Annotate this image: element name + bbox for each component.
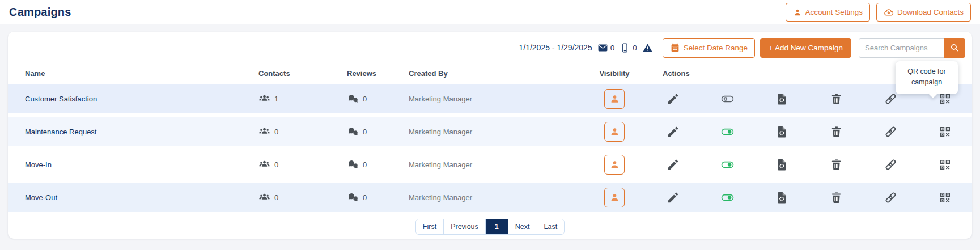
header-visibility: Visibility bbox=[599, 69, 629, 78]
pagination-area: First Previous 1 Next Last bbox=[8, 219, 972, 235]
table-row: Move-Out 0 0 Marketing Manager bbox=[8, 183, 972, 212]
link-icon[interactable] bbox=[863, 191, 918, 204]
reviews-count: 0 bbox=[363, 95, 367, 103]
contacts-count: 0 bbox=[274, 128, 278, 136]
search-group bbox=[859, 38, 965, 58]
date-stats: 1/1/2025 - 1/29/2025 0 0 bbox=[519, 43, 652, 53]
contacts-count: 1 bbox=[274, 95, 278, 103]
select-date-range-label: Select Date Range bbox=[684, 44, 748, 52]
pagination-previous[interactable]: Previous bbox=[444, 219, 486, 234]
qr-code-icon[interactable] bbox=[918, 125, 972, 138]
reviews-count: 0 bbox=[363, 193, 367, 202]
campaign-name-link[interactable]: Maintenance Request bbox=[25, 128, 96, 136]
header-contacts: Contacts bbox=[258, 69, 290, 78]
table-row: Customer Satisfaction 1 0 Marketing Mana… bbox=[8, 84, 972, 113]
trash-icon[interactable] bbox=[809, 158, 863, 171]
search-button[interactable] bbox=[944, 38, 965, 58]
file-code-icon[interactable] bbox=[754, 191, 809, 204]
edit-pencil-icon[interactable] bbox=[646, 125, 700, 138]
visibility-button[interactable] bbox=[604, 155, 625, 175]
download-contacts-label: Download Contacts bbox=[897, 8, 964, 16]
edit-pencil-icon[interactable] bbox=[646, 92, 700, 105]
pagination: First Previous 1 Next Last bbox=[415, 219, 565, 235]
qr-tooltip-text: QR code for campaign bbox=[907, 67, 945, 86]
table-row: Move-In 0 0 Marketing Manager bbox=[8, 150, 972, 179]
email-stat: 0 bbox=[597, 43, 615, 53]
trash-icon[interactable] bbox=[809, 191, 863, 204]
campaigns-toolbar: 1/1/2025 - 1/29/2025 0 0 Select Date Ran… bbox=[8, 32, 972, 62]
header-name: Name bbox=[25, 69, 45, 78]
download-contacts-button[interactable]: Download Contacts bbox=[876, 3, 971, 22]
person-icon bbox=[609, 94, 620, 104]
reviews-chat-icon bbox=[347, 126, 359, 138]
campaign-name-link[interactable]: Move-In bbox=[25, 160, 52, 169]
reviews-chat-icon bbox=[347, 192, 359, 204]
link-icon[interactable] bbox=[863, 92, 918, 105]
date-range-text: 1/1/2025 - 1/29/2025 bbox=[519, 43, 592, 52]
visibility-button[interactable] bbox=[604, 89, 625, 109]
campaign-name-link[interactable]: Move-Out bbox=[25, 193, 57, 202]
contacts-group-icon bbox=[258, 192, 270, 204]
reviews-chat-icon bbox=[347, 159, 359, 171]
created-by-text: Marketing Manager bbox=[409, 193, 472, 202]
status-toggle-icon[interactable] bbox=[700, 191, 754, 204]
account-settings-label: Account Settings bbox=[805, 8, 863, 16]
edit-pencil-icon[interactable] bbox=[646, 191, 700, 204]
table-header-row: Name Contacts Reviews Created By Visibil… bbox=[8, 62, 972, 84]
qr-code-icon[interactable] bbox=[918, 191, 972, 204]
add-new-campaign-label: + Add New Campaign bbox=[769, 44, 843, 52]
table-row: Maintenance Request 0 0 Marketing Manage… bbox=[8, 117, 972, 146]
trash-icon[interactable] bbox=[809, 125, 863, 138]
contacts-group-icon bbox=[258, 126, 270, 138]
link-icon[interactable] bbox=[863, 158, 918, 171]
contacts-count: 0 bbox=[274, 193, 278, 202]
header-reviews: Reviews bbox=[347, 69, 376, 78]
qr-code-icon[interactable] bbox=[918, 158, 972, 171]
phone-stat: 0 bbox=[620, 43, 637, 53]
pagination-next[interactable]: Next bbox=[508, 219, 537, 234]
person-icon bbox=[793, 8, 802, 17]
add-new-campaign-button[interactable]: + Add New Campaign bbox=[760, 38, 851, 58]
person-icon bbox=[609, 159, 620, 170]
pagination-last[interactable]: Last bbox=[537, 219, 565, 234]
pagination-first[interactable]: First bbox=[416, 219, 444, 234]
campaigns-card: 1/1/2025 - 1/29/2025 0 0 Select Date Ran… bbox=[8, 32, 972, 239]
page-title: Campaigns bbox=[9, 6, 71, 19]
calendar-icon bbox=[670, 43, 680, 53]
person-icon bbox=[609, 126, 620, 137]
page-header: Campaigns Account Settings Download Cont… bbox=[0, 0, 980, 24]
warning-icon bbox=[642, 43, 653, 53]
campaign-name-link[interactable]: Customer Satisfaction bbox=[25, 95, 97, 103]
envelope-icon bbox=[597, 43, 608, 53]
link-icon[interactable] bbox=[863, 125, 918, 138]
pagination-page-1[interactable]: 1 bbox=[486, 219, 508, 234]
account-settings-button[interactable]: Account Settings bbox=[786, 3, 870, 22]
cloud-download-icon bbox=[884, 7, 894, 18]
file-code-icon[interactable] bbox=[754, 125, 809, 138]
qr-tooltip: QR code for campaign bbox=[896, 61, 958, 94]
created-by-text: Marketing Manager bbox=[409, 128, 472, 136]
header-actions: Account Settings Download Contacts bbox=[786, 3, 971, 22]
header-actions: Actions bbox=[663, 69, 690, 78]
qr-code-icon[interactable] bbox=[918, 92, 972, 105]
email-count: 0 bbox=[610, 44, 615, 52]
reviews-count: 0 bbox=[363, 160, 367, 169]
phone-count: 0 bbox=[633, 44, 637, 52]
visibility-button[interactable] bbox=[604, 122, 625, 142]
edit-pencil-icon[interactable] bbox=[646, 158, 700, 171]
select-date-range-button[interactable]: Select Date Range bbox=[663, 38, 755, 58]
status-toggle-icon[interactable] bbox=[700, 125, 754, 138]
file-code-icon[interactable] bbox=[754, 158, 809, 171]
created-by-text: Marketing Manager bbox=[409, 95, 472, 103]
created-by-text: Marketing Manager bbox=[409, 160, 472, 169]
trash-icon[interactable] bbox=[809, 92, 863, 105]
header-created-by: Created By bbox=[409, 69, 448, 78]
status-toggle-icon[interactable] bbox=[700, 158, 754, 171]
file-code-icon[interactable] bbox=[754, 92, 809, 105]
status-toggle-icon[interactable] bbox=[700, 92, 754, 105]
person-icon bbox=[609, 192, 620, 203]
visibility-button[interactable] bbox=[604, 188, 625, 207]
search-input[interactable] bbox=[859, 38, 944, 58]
reviews-chat-icon bbox=[347, 93, 359, 105]
contacts-group-icon bbox=[258, 159, 270, 171]
